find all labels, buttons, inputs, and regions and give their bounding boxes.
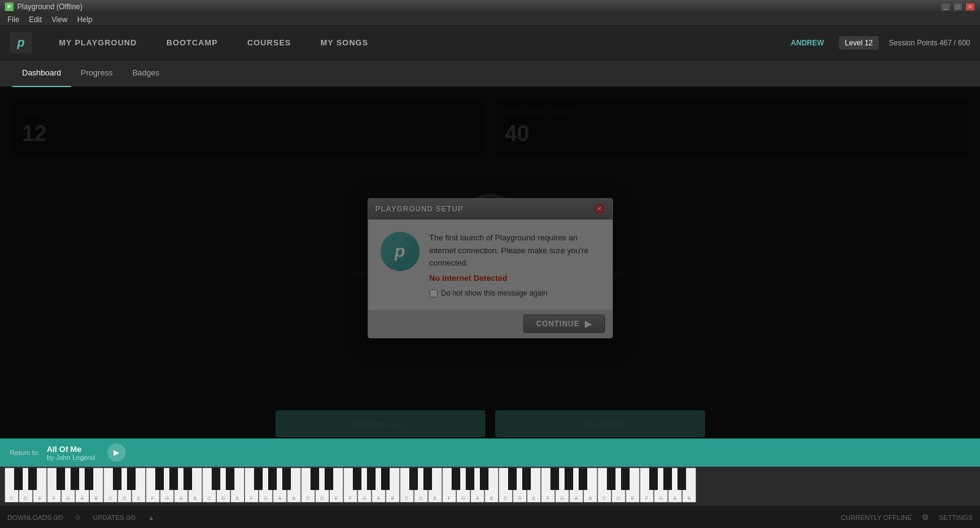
svg-text:C: C [10,495,14,501]
menu-file[interactable]: File [2,14,24,25]
svg-text:C: C [405,495,409,501]
svg-text:E: E [334,495,338,501]
svg-rect-119 [409,468,418,490]
menu-help[interactable]: Help [72,14,98,25]
svg-rect-122 [466,468,474,490]
svg-rect-123 [480,468,488,490]
playground-setup-dialog: PLAYGROUND SETUP ✕ p The first launch of… [368,198,613,339]
updates-status: UPDATES 0/0 [93,514,136,521]
song-title: All Of Me [47,445,95,454]
svg-text:F: F [250,495,253,501]
svg-text:G: G [461,495,465,501]
play-icon: ▶ [114,448,119,457]
piano-svg[interactable]: CDEFGABCDEFGABCDEFGABCDEFGABCDEFGABCDEFG… [0,467,701,503]
nav-session-points: Session Points 467 / 600 [889,39,970,47]
svg-text:C: C [306,495,310,501]
nav-my-playground[interactable]: MY PLAYGROUND [44,26,152,60]
status-separator-1: ⊙ [75,513,80,521]
title-bar: P Playground (Offline) _ □ ✕ [0,0,980,13]
svg-text:A: A [278,495,282,501]
minimize-button[interactable]: _ [941,2,951,11]
app-icon: P [5,2,14,11]
svg-text:B: B [95,495,98,501]
svg-rect-126 [550,468,559,490]
svg-text:F: F [53,495,56,501]
svg-text:F: F [152,495,155,501]
svg-text:D: D [320,495,324,501]
tab-progress[interactable]: Progress [71,60,123,87]
dialog-logo-letter: p [395,242,405,261]
svg-rect-133 [677,468,686,490]
svg-text:B: B [687,495,690,501]
svg-rect-118 [381,468,390,490]
svg-text:A: A [179,495,183,501]
dialog-error-text: No Internet Detected [430,274,600,283]
svg-rect-113 [282,468,291,490]
svg-rect-110 [226,468,234,490]
nav-bootcamp[interactable]: BOOTCAMP [152,26,233,60]
maximize-button[interactable]: □ [953,2,963,11]
dialog-footer: CONTINUE ▶ [368,310,612,338]
tab-dashboard[interactable]: Dashboard [12,60,71,87]
svg-rect-117 [367,468,376,490]
dialog-logo: p [380,232,420,271]
svg-text:A: A [673,495,677,501]
downloads-status: DOWNLOADS 0/0 [7,514,63,521]
svg-rect-132 [663,468,672,490]
song-artist: by John Legend [47,454,95,461]
nav-right: ANDREW Level 12 Session Points 467 / 600 [791,36,970,50]
menu-bar: File Edit View Help [0,13,980,26]
continue-button[interactable]: CONTINUE ▶ [523,315,605,333]
svg-text:B: B [588,495,592,501]
svg-rect-104 [113,468,122,490]
dialog-close-button[interactable]: ✕ [594,204,605,215]
sub-nav: Dashboard Progress Badges [0,60,980,87]
svg-rect-130 [621,468,630,490]
svg-rect-105 [127,468,136,490]
svg-text:G: G [66,495,70,501]
offline-status: CURRENTLY OFFLINE [841,514,912,521]
window-controls[interactable]: _ □ ✕ [941,2,975,11]
nav-my-songs[interactable]: MY SONGS [306,26,383,60]
menu-edit[interactable]: Edit [24,14,47,25]
svg-rect-125 [522,468,531,490]
menu-view[interactable]: View [47,14,72,25]
svg-text:A: A [80,495,84,501]
dialog-title-text: PLAYGROUND SETUP [376,205,464,213]
svg-text:E: E [137,495,140,501]
svg-text:D: D [222,495,225,501]
close-button[interactable]: ✕ [965,2,975,11]
svg-text:F: F [547,495,550,501]
tab-badges[interactable]: Badges [123,60,169,87]
svg-text:G: G [165,495,169,501]
main-content: LEVEL 12 FREE-HAND CREDITS 40 Playground… [0,87,980,450]
svg-rect-120 [423,468,432,490]
svg-text:C: C [207,495,211,501]
svg-rect-101 [56,468,65,490]
svg-text:A: A [476,495,479,501]
nav-bar: p MY PLAYGROUND BOOTCAMP COURSES MY SONG… [0,26,980,60]
svg-rect-131 [649,468,658,490]
nav-username: ANDREW [791,39,824,47]
expand-icon[interactable]: ▲ [148,514,155,521]
settings-label[interactable]: SETTINGS [939,514,973,521]
svg-rect-115 [325,468,333,490]
no-show-checkbox[interactable] [430,289,438,297]
svg-rect-114 [311,468,319,490]
svg-text:C: C [603,495,606,501]
nav-courses[interactable]: COURSES [233,26,306,60]
dialog-message: The first launch of Playground requires … [430,232,600,270]
svg-text:G: G [560,495,564,501]
svg-text:B: B [490,495,493,501]
svg-text:E: E [38,495,41,501]
piano-keys[interactable]: // This will be rendered by template CDE… [0,467,980,506]
nav-logo: p [10,32,32,54]
svg-rect-112 [268,468,277,490]
svg-rect-108 [183,468,192,490]
svg-text:A: A [377,495,380,501]
svg-rect-116 [353,468,361,490]
svg-rect-124 [508,468,517,490]
return-to-label: Return to: [10,449,39,456]
svg-text:E: E [631,495,634,501]
play-button[interactable]: ▶ [107,443,126,462]
